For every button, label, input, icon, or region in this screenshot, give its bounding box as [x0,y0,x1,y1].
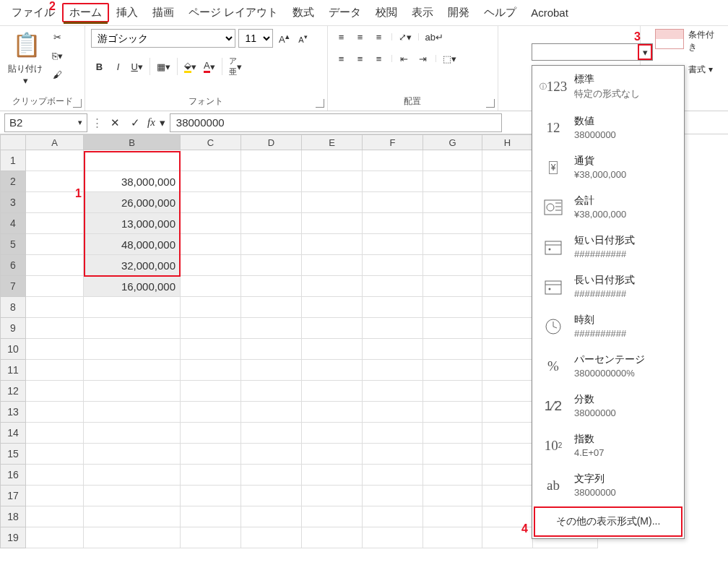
cell-G4[interactable] [423,213,482,234]
cell-C4[interactable] [181,213,241,234]
cell-H15[interactable] [482,444,533,465]
cell-E6[interactable] [302,255,363,276]
cell-D17[interactable] [241,486,302,506]
row-header-4[interactable]: 4 [0,213,26,234]
indent-decrease-button[interactable]: ⇤ [396,51,412,66]
cell-F7[interactable] [363,276,423,297]
cell-A18[interactable] [26,506,84,527]
cell-G15[interactable] [423,444,482,465]
cell-F2[interactable] [363,171,423,192]
row-header-14[interactable]: 14 [0,423,26,444]
row-header-5[interactable]: 5 [0,234,26,255]
indent-increase-button[interactable]: ⇥ [415,51,431,66]
cell-A17[interactable] [26,486,84,506]
number-format-dropdown-button[interactable]: ▾ [638,44,652,60]
cell-B11[interactable] [84,360,181,381]
cell-A7[interactable] [26,276,84,297]
cell-C19[interactable] [181,527,241,548]
cell-B10[interactable] [84,339,181,360]
cell-G9[interactable] [423,318,482,339]
cell-D9[interactable] [241,318,302,339]
cell-C9[interactable] [181,318,241,339]
number-format-shortdate[interactable]: 短い日付形式########## [532,227,684,267]
align-left-button[interactable]: ≡ [334,51,350,66]
cell-B9[interactable] [84,318,181,339]
align-center-button[interactable]: ≡ [352,51,368,66]
column-header-H[interactable]: H [482,134,533,150]
cell-D1[interactable] [241,150,302,171]
row-header-10[interactable]: 10 [0,339,26,360]
number-format-sci[interactable]: 102指数4.E+07 [532,426,684,465]
cell-H2[interactable] [482,171,533,192]
cell-A12[interactable] [26,381,84,402]
clipboard-launcher[interactable] [73,99,82,108]
row-header-19[interactable]: 19 [0,527,26,548]
cell-F9[interactable] [363,318,423,339]
cell-B14[interactable] [84,423,181,444]
menu-home[interactable]: ホーム [62,3,109,22]
wrap-text-button[interactable]: ab↵ [423,29,446,45]
cell-H10[interactable] [482,339,533,360]
cell-F5[interactable] [363,234,423,255]
cell-B2[interactable]: 38,000,000 [84,171,181,192]
menu-data[interactable]: データ [321,3,368,22]
cell-H7[interactable] [482,276,533,297]
row-header-18[interactable]: 18 [0,506,26,527]
cell-G17[interactable] [423,486,482,506]
number-format-accounting[interactable]: 会計¥38,000,000 [532,187,684,227]
number-format-time[interactable]: 時刻########## [532,306,684,346]
cell-C5[interactable] [181,234,241,255]
font-launcher[interactable] [316,99,324,108]
cell-C13[interactable] [181,402,241,423]
cell-G12[interactable] [423,381,482,402]
column-header-F[interactable]: F [363,134,423,150]
cell-G19[interactable] [423,527,482,548]
cell-A6[interactable] [26,255,84,276]
row-header-11[interactable]: 11 [0,360,26,381]
cell-G16[interactable] [423,465,482,486]
border-button[interactable]: ▦ ▾ [155,59,173,74]
cell-D16[interactable] [241,465,302,486]
cell-E9[interactable] [302,318,363,339]
cell-B15[interactable] [84,444,181,465]
menu-page-layout[interactable]: ページ レイアウト [181,3,285,22]
cell-D12[interactable] [241,381,302,402]
column-header-G[interactable]: G [423,134,482,150]
row-header-17[interactable]: 17 [0,486,26,506]
cell-E7[interactable] [302,276,363,297]
cell-G7[interactable] [423,276,482,297]
cell-B19[interactable] [84,527,181,548]
cell-B3[interactable]: 26,000,000 [84,192,181,213]
cell-C12[interactable] [181,381,241,402]
cell-C6[interactable] [181,255,241,276]
row-header-13[interactable]: 13 [0,402,26,423]
row-header-15[interactable]: 15 [0,444,26,465]
cell-F6[interactable] [363,255,423,276]
cell-C16[interactable] [181,465,241,486]
row-header-12[interactable]: 12 [0,381,26,402]
row-header-1[interactable]: 1 [0,150,26,171]
cell-F1[interactable] [363,150,423,171]
number-format-text[interactable]: ab文字列38000000 [532,465,684,505]
cell-H1[interactable] [482,150,533,171]
font-size-select[interactable]: 11 [238,29,273,48]
cell-G11[interactable] [423,360,482,381]
cell-D6[interactable] [241,255,302,276]
alignment-launcher[interactable] [486,99,495,108]
cell-A14[interactable] [26,423,84,444]
cell-C11[interactable] [181,360,241,381]
row-header-2[interactable]: 2 [0,171,26,192]
cell-G14[interactable] [423,423,482,444]
fill-color-button[interactable]: ⬙ ▾ [182,58,199,75]
row-header-6[interactable]: 6 [0,255,26,276]
paste-button[interactable]: 貼り付け ▾ [6,29,45,88]
cell-E1[interactable] [302,150,363,171]
format-painter-button[interactable]: 🖌 [49,66,65,82]
cell-D18[interactable] [241,506,302,527]
font-name-select[interactable]: 游ゴシック [91,29,235,48]
bold-button[interactable]: B [91,59,107,74]
cell-C3[interactable] [181,192,241,213]
cancel-edit-button[interactable]: ✕ [107,114,123,131]
cell-H8[interactable] [482,297,533,318]
cell-C7[interactable] [181,276,241,297]
